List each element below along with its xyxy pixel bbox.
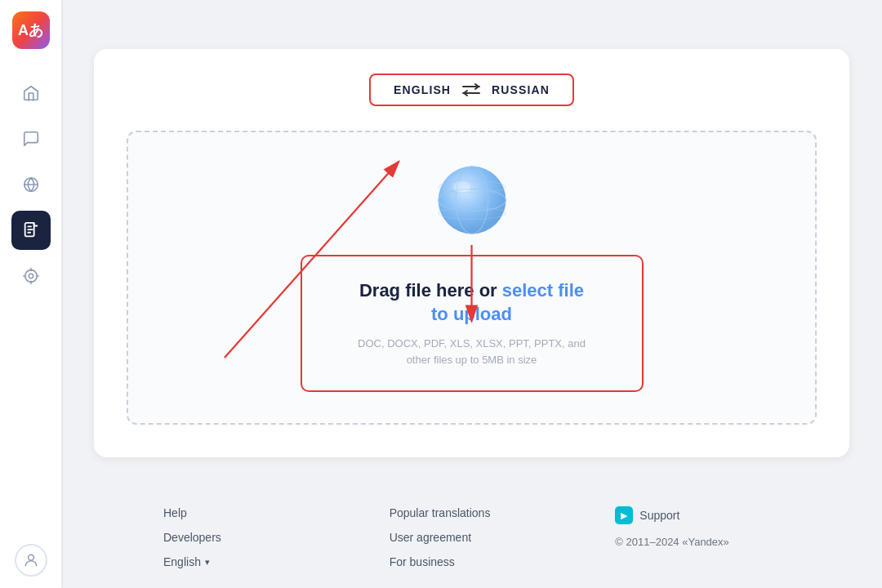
upload-subtitle: DOC, DOCX, PDF, XLS, XLSX, PPT, PPTX, an… [351,336,593,368]
content-area: ENGLISH RUSSIAN [61,0,882,490]
footer-link-popular-translations[interactable]: Popular translations [390,506,616,519]
svg-point-11 [28,555,33,560]
sidebar-item-document[interactable] [11,211,51,250]
swap-languages-icon[interactable] [462,83,480,96]
language-bar: ENGLISH RUSSIAN [127,74,817,106]
svg-point-5 [29,274,33,278]
footer-support-label: Support [639,509,679,522]
sidebar: Aあ [0,0,61,588]
sidebar-item-translate[interactable] [11,165,51,204]
sidebar-item-ocr[interactable] [11,256,51,296]
target-language-label: RUSSIAN [492,83,550,96]
footer-col-3: ▶ Support © 2011–2024 «Yandex» [615,506,841,568]
footer-col-2: Popular translations User agreement For … [390,506,616,568]
app-logo[interactable]: Aあ [12,11,50,49]
globe-icon-wrap [435,163,509,240]
footer: Help Developers English ▾ Popular transl… [122,490,882,588]
footer-link-support[interactable]: ▶ Support [615,506,841,524]
upload-title: Drag file here or select file to upload [351,279,593,326]
copyright-text: © 2011–2024 «Yandex» [615,536,841,548]
language-selector[interactable]: ENGLISH RUSSIAN [369,74,574,106]
footer-link-user-agreement[interactable]: User agreement [390,531,616,544]
source-language-label: ENGLISH [394,83,451,96]
footer-link-language[interactable]: English ▾ [163,555,390,568]
sidebar-nav [11,74,51,544]
upload-title-static: Drag file here or [359,280,502,301]
sidebar-item-home[interactable] [11,74,51,113]
svg-point-15 [438,167,506,234]
footer-link-for-business[interactable]: For business [390,555,616,568]
main-content: ENGLISH RUSSIAN [61,0,882,588]
globe-icon [435,163,509,237]
footer-link-help[interactable]: Help [163,506,390,519]
user-avatar[interactable] [15,544,47,577]
svg-point-6 [24,270,37,283]
svg-point-20 [452,181,470,193]
footer-col-1: Help Developers English ▾ [163,506,390,568]
footer-link-developers[interactable]: Developers [163,531,390,544]
footer-language-label: English [163,555,201,568]
sidebar-item-chat[interactable] [11,119,51,158]
translator-card: ENGLISH RUSSIAN [94,49,849,457]
chevron-down-icon: ▾ [205,557,210,568]
upload-box[interactable]: Drag file here or select file to upload … [301,255,644,392]
drop-zone[interactable]: Drag file here or select file to upload … [127,131,817,425]
support-icon: ▶ [615,506,633,524]
